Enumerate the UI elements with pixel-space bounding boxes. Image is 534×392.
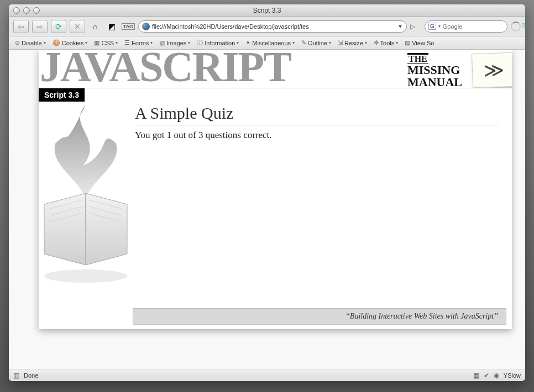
chevron-down-icon: ▾ (188, 40, 190, 45)
search-engine-icon[interactable]: G (428, 23, 436, 30)
statusbar-panel-icon[interactable]: ▥ (13, 372, 19, 379)
chevron-down-icon: ▾ (237, 40, 239, 45)
resize-icon: ⇲ (338, 39, 343, 46)
forward-button[interactable]: ⇨ (32, 20, 48, 33)
svg-point-0 (44, 269, 127, 283)
close-window-button[interactable] (13, 7, 20, 14)
book-flame-art (33, 105, 138, 287)
page-footer: “Building Interactive Web Sites with Jav… (133, 308, 506, 325)
devbar-css[interactable]: ▦CSS▾ (91, 39, 121, 46)
footer-tagline: “Building Interactive Web Sites with Jav… (345, 312, 498, 321)
cookies-icon: 🍪 (53, 39, 60, 46)
chevron-down-icon: ▾ (396, 40, 398, 45)
css-icon: ▦ (94, 39, 100, 46)
status-text: Done (24, 372, 38, 379)
traffic-lights (13, 7, 40, 14)
quiz-result-text: You got 1 out of 3 questions correct. (135, 130, 499, 141)
search-icon[interactable]: 🔍 (521, 23, 525, 30)
status-bar: ▥ Done ▦ ✔ ◉ YSlow (9, 369, 525, 381)
content-area: JAVASCRIPT THE MISSING MANUAL ≫ Script 3… (9, 50, 525, 369)
statusbar-yslow-icon[interactable]: ◉ (494, 372, 499, 379)
chevron-down-icon: ▾ (150, 40, 153, 45)
chevron-down-icon: ▾ (365, 40, 367, 45)
page-body: JAVASCRIPT THE MISSING MANUAL ≫ Script 3… (39, 50, 512, 329)
devbar-forms[interactable]: ☰Forms▾ (122, 39, 155, 46)
stop-button[interactable]: ✕ (70, 20, 85, 33)
viewsource-icon: ▤ (405, 39, 410, 46)
devbar-misc[interactable]: ✦Miscellaneous▾ (243, 39, 297, 46)
go-button[interactable]: ▷ (410, 23, 421, 30)
tag-icon[interactable]: TAG (122, 20, 135, 33)
devbar-images[interactable]: ▧Images▾ (156, 39, 193, 46)
devbar-resize[interactable]: ⇲Resize▾ (335, 39, 370, 46)
devbar-information[interactable]: ⓘInformation▾ (194, 39, 242, 47)
devbar-disable[interactable]: ⊘Disable▾ (12, 39, 49, 46)
search-engine-dropdown-icon[interactable]: ▾ (438, 24, 441, 29)
double-chevron-right-icon: ≫ (483, 58, 505, 82)
images-icon: ▧ (159, 39, 165, 46)
search-bar[interactable]: G ▾ 🔍 (425, 20, 507, 33)
browser-window: Script 3.3 ⇦ ⇨ ⟳ ✕ ⌂ ◩ TAG file:///Macin… (9, 4, 525, 381)
statusbar-check-icon[interactable]: ✔ (484, 372, 489, 379)
site-identity-icon (142, 23, 150, 30)
script-tag-label: Script 3.3 (39, 88, 85, 102)
banner-title: JAVASCRIPT (40, 50, 291, 88)
missing-line2: MANUAL (407, 75, 462, 88)
main-content: A Simple Quiz You got 1 out of 3 questio… (135, 99, 499, 301)
yslow-label[interactable]: YSlow (504, 372, 521, 379)
throbber-icon (511, 22, 521, 31)
missing-manual-block: THE MISSING MANUAL (407, 52, 462, 88)
back-button[interactable]: ⇦ (13, 20, 29, 33)
home-icon[interactable]: ⌂ (88, 20, 102, 33)
window-title: Script 3.3 (9, 7, 525, 14)
outline-icon: ✎ (301, 39, 306, 46)
titlebar: Script 3.3 (9, 4, 525, 17)
devbar-outline[interactable]: ✎Outline▾ (299, 39, 334, 46)
page-heading: A Simple Quiz (135, 99, 499, 125)
chevron-down-icon: ▾ (329, 40, 331, 45)
chevron-down-icon: ▾ (116, 40, 118, 45)
search-input[interactable] (443, 23, 519, 30)
minimize-window-button[interactable] (23, 7, 30, 14)
tools-icon: ✥ (374, 39, 379, 46)
sticky-note-next[interactable]: ≫ (472, 52, 512, 88)
delicious-icon[interactable]: ◩ (105, 20, 118, 33)
chevron-down-icon: ▾ (44, 40, 46, 45)
url-dropdown-icon[interactable]: ▼ (397, 23, 403, 29)
reload-button[interactable]: ⟳ (51, 20, 66, 33)
misc-icon: ✦ (245, 39, 250, 46)
info-icon: ⓘ (197, 39, 203, 47)
devbar-viewsource[interactable]: ▤View So (402, 39, 437, 46)
devbar-tools[interactable]: ✥Tools▾ (371, 39, 401, 46)
nav-toolbar: ⇦ ⇨ ⟳ ✕ ⌂ ◩ TAG file:///Macintosh%20HD/U… (9, 17, 525, 36)
url-bar[interactable]: file:///Macintosh%20HD/Users/dave/Deskto… (138, 20, 407, 33)
devbar-cookies[interactable]: 🍪Cookies▾ (50, 39, 91, 46)
forms-icon: ☰ (124, 39, 130, 46)
banner: JAVASCRIPT THE MISSING MANUAL ≫ (39, 50, 512, 88)
webdev-toolbar: ⊘Disable▾ 🍪Cookies▾ ▦CSS▾ ☰Forms▾ ▧Image… (9, 36, 525, 50)
missing-the: THE (407, 53, 428, 64)
chevron-down-icon: ▾ (292, 40, 295, 45)
url-text: file:///Macintosh%20HD/Users/dave/Deskto… (152, 23, 395, 30)
statusbar-noscript-icon[interactable]: ▦ (473, 372, 479, 379)
disable-icon: ⊘ (15, 39, 20, 46)
zoom-window-button[interactable] (33, 7, 40, 14)
chevron-down-icon: ▾ (85, 40, 87, 45)
